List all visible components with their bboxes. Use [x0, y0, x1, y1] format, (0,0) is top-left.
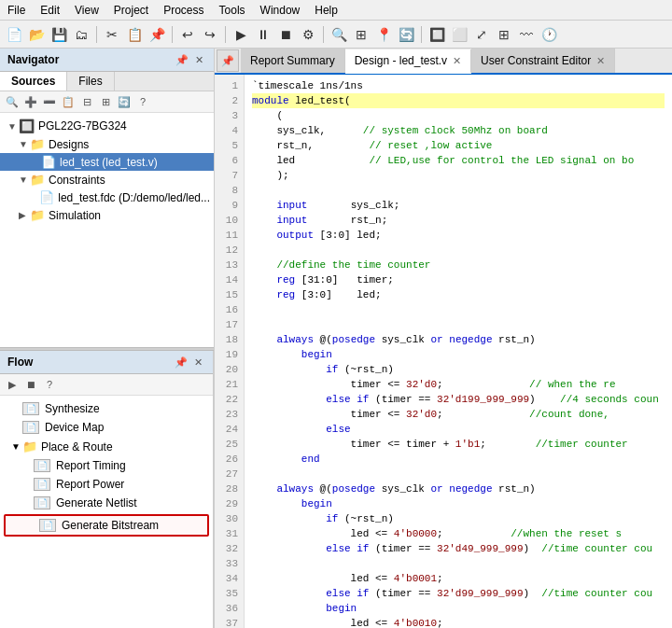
- new-button[interactable]: 📄: [4, 24, 24, 45]
- code-line-14: reg [31:0] timer;: [252, 272, 665, 287]
- menu-file[interactable]: File: [0, 2, 33, 19]
- right-panel: 📌 Report Summary Design - led_test.v ✕ U…: [215, 49, 672, 628]
- redo-button[interactable]: ↪: [200, 24, 220, 45]
- tree-pgl22g[interactable]: ▼ 🔲 PGL22G-7BG324: [0, 117, 214, 135]
- flow-device-map[interactable]: 📄 Device Map: [0, 418, 213, 437]
- zoom-fit-button[interactable]: ⊞: [351, 24, 371, 45]
- line-num-37: 37: [220, 616, 238, 628]
- code-line-26: end: [252, 452, 665, 467]
- tab-user-constraint-close[interactable]: ✕: [596, 55, 605, 67]
- tab-report-summary[interactable]: Report Summary: [241, 49, 345, 73]
- copy-button[interactable]: 📋: [124, 24, 145, 45]
- chip-button[interactable]: 🔲: [427, 24, 447, 45]
- tree-simulation-label: Simulation: [49, 209, 101, 222]
- code-line-16: [252, 302, 665, 317]
- open-button[interactable]: 📂: [26, 24, 47, 45]
- refresh-button[interactable]: 🔄: [396, 24, 416, 45]
- src-collapse-btn[interactable]: ⊟: [78, 93, 95, 110]
- fdc-file-icon: 📄: [39, 190, 54, 204]
- src-del-btn[interactable]: ➖: [41, 93, 58, 110]
- menu-help[interactable]: Help: [307, 2, 345, 19]
- menu-process[interactable]: Process: [156, 2, 211, 19]
- flow-title: Flow: [7, 356, 33, 369]
- menu-tools[interactable]: Tools: [212, 2, 253, 19]
- line-num-11: 11: [220, 228, 238, 243]
- code-line-24: else: [252, 422, 665, 437]
- tree-led-test[interactable]: 📄 led_test (led_test.v): [0, 153, 214, 171]
- navigator-tabs: Sources Files: [0, 72, 214, 91]
- code-line-37: led <= 4'b0010;: [252, 616, 665, 628]
- pause-button[interactable]: ⏸: [253, 24, 273, 45]
- tree-constraints[interactable]: ▼ 📁 Constraints: [0, 171, 214, 188]
- layout-button[interactable]: ⬜: [449, 24, 469, 45]
- flow-help-btn[interactable]: ?: [41, 376, 58, 393]
- line-num-19: 19: [220, 347, 238, 362]
- clock-button[interactable]: 🕐: [539, 24, 559, 45]
- flow-toolbar: ▶ ⏹ ?: [0, 374, 213, 396]
- run-button[interactable]: ▶: [231, 24, 251, 45]
- src-props-btn[interactable]: 📋: [60, 93, 77, 110]
- src-expand-btn[interactable]: ⊞: [97, 93, 114, 110]
- tree-designs[interactable]: ▼ 📁 Designs: [0, 135, 214, 153]
- tree-led-fdc[interactable]: 📄 led_test.fdc (D:/demo/led/led...: [0, 188, 214, 206]
- src-search-btn[interactable]: 🔍: [4, 93, 21, 110]
- flow-generate-netlist-label: Generate Netlist: [56, 496, 137, 509]
- tab-user-constraint[interactable]: User Constraint Editor ✕: [471, 49, 615, 73]
- line-num-30: 30: [220, 511, 238, 526]
- flow-generate-bitstream[interactable]: 📄 Generate Bitstream: [4, 514, 209, 537]
- flow-close-btn[interactable]: ✕: [190, 355, 205, 370]
- flow-stop-btn[interactable]: ⏹: [22, 376, 39, 393]
- line-num-16: 16: [220, 302, 238, 317]
- code-line-29: begin: [252, 496, 665, 511]
- menu-view[interactable]: View: [67, 2, 106, 19]
- save-button[interactable]: 💾: [49, 24, 69, 45]
- grid-button[interactable]: ⊞: [494, 24, 514, 45]
- line-num-1: 1: [220, 78, 238, 93]
- tab-files[interactable]: Files: [67, 72, 114, 91]
- src-refresh-btn[interactable]: 🔄: [116, 93, 133, 110]
- tab-led-test-v[interactable]: Design - led_test.v ✕: [345, 49, 471, 74]
- stop-button[interactable]: ⏹: [275, 24, 296, 45]
- settings-button[interactable]: ⚙: [298, 24, 318, 45]
- flow-place-route[interactable]: ▼ 📁 Place & Route: [0, 437, 213, 456]
- line-num-29: 29: [220, 496, 238, 511]
- sep1: [96, 26, 97, 43]
- flow-report-power[interactable]: 📄 Report Power: [0, 475, 213, 494]
- pin-button[interactable]: 📍: [373, 24, 394, 45]
- line-num-7: 7: [220, 168, 238, 183]
- navigator-close-btn[interactable]: ✕: [191, 52, 206, 67]
- flow-run-btn[interactable]: ▶: [4, 376, 21, 393]
- flow-synthesize-label: Synthesize: [45, 402, 100, 415]
- src-help-btn[interactable]: ?: [134, 93, 151, 110]
- menu-project[interactable]: Project: [106, 2, 156, 19]
- code-line-30: if (~rst_n): [252, 511, 665, 526]
- flow-synthesize[interactable]: 📄 Synthesize: [0, 399, 213, 418]
- line-num-28: 28: [220, 481, 238, 496]
- cut-button[interactable]: ✂: [102, 24, 122, 45]
- sep5: [421, 26, 422, 43]
- code-area[interactable]: 1234567891011121314151617181920212223242…: [215, 75, 672, 628]
- code-line-17: [252, 317, 665, 332]
- navigator-pin-btn[interactable]: 📌: [175, 52, 189, 67]
- tab-sources[interactable]: Sources: [0, 72, 67, 91]
- flow-generate-netlist[interactable]: 📄 Generate Netlist: [0, 494, 213, 512]
- tab-led-test-close[interactable]: ✕: [453, 55, 461, 67]
- menu-window[interactable]: Window: [253, 2, 308, 19]
- menu-edit[interactable]: Edit: [33, 2, 67, 19]
- save-all-button[interactable]: 🗂: [71, 24, 91, 45]
- expand-button[interactable]: ⤢: [471, 24, 492, 45]
- flow-report-timing[interactable]: 📄 Report Timing: [0, 456, 213, 475]
- flow-pin-btn[interactable]: 📌: [174, 355, 189, 370]
- undo-button[interactable]: ↩: [177, 24, 198, 45]
- place-route-folder-icon: 📁: [22, 440, 37, 454]
- zoom-in-button[interactable]: 🔍: [329, 24, 349, 45]
- line-num-9: 9: [220, 198, 238, 213]
- paste-button[interactable]: 📌: [147, 24, 167, 45]
- code-content[interactable]: `timescale 1ns/1nsmodule led_test( ( sys…: [245, 75, 672, 628]
- line-num-21: 21: [220, 377, 238, 392]
- src-add-btn[interactable]: ➕: [22, 93, 39, 110]
- tree-simulation[interactable]: ▶ 📁 Simulation: [0, 206, 214, 224]
- editor-pin-btn[interactable]: 📌: [217, 49, 239, 72]
- vfile-icon: 📄: [41, 155, 56, 169]
- wave-button[interactable]: 〰: [516, 24, 537, 45]
